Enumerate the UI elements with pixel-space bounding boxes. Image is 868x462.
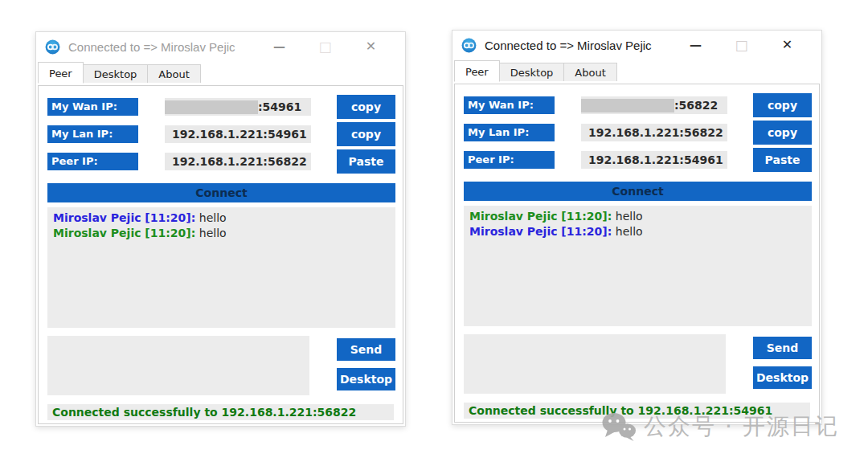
- tab-desktop[interactable]: Desktop: [83, 64, 149, 83]
- lan-ip-label: My Lan IP:: [464, 124, 555, 141]
- page: Connected to => Miroslav Pejic — □ ✕ Pee…: [0, 0, 868, 462]
- tab-desktop[interactable]: Desktop: [499, 63, 565, 81]
- minimize-icon[interactable]: —: [673, 31, 719, 59]
- peer-tab-page: My Wan IP: :54961 copy My Lan IP: 192.16…: [38, 85, 403, 424]
- redacted-ip-block: [581, 99, 674, 112]
- desktop-button[interactable]: Desktop: [337, 368, 395, 390]
- watermark: 公众号 · 开源日记: [601, 411, 839, 442]
- chat-log[interactable]: Miroslav Pejic [11:20]: hello Miroslav P…: [464, 206, 812, 326]
- wan-ip-label: My Wan IP:: [47, 98, 138, 116]
- compose-row: Send Desktop: [464, 334, 812, 394]
- tab-peer[interactable]: Peer: [454, 60, 500, 82]
- close-icon[interactable]: ✕: [764, 31, 810, 59]
- message-text: hello: [199, 211, 227, 224]
- message-sender: Miroslav Pejic [11:20]:: [53, 227, 195, 239]
- lan-ip-field[interactable]: 192.168.1.221:54961: [165, 125, 311, 143]
- lan-ip-field[interactable]: 192.168.1.221:56822: [581, 124, 727, 141]
- app-link-icon: [45, 39, 60, 55]
- chat-message: Miroslav Pejic [11:20]: hello: [469, 224, 806, 239]
- message-text: hello: [616, 210, 643, 223]
- chat-message: Miroslav Pejic [11:20]: hello: [469, 209, 806, 224]
- message-sender: Miroslav Pejic [11:20]:: [469, 210, 612, 223]
- peer-ip-label: Peer IP:: [464, 151, 555, 169]
- watermark-text: 公众号 · 开源日记: [644, 411, 839, 442]
- connect-button[interactable]: Connect: [47, 183, 395, 202]
- message-sender: Miroslav Pejic [11:20]:: [469, 225, 612, 238]
- copy-lan-button[interactable]: copy: [753, 121, 812, 145]
- action-buttons: Send Desktop: [337, 336, 395, 395]
- tab-about[interactable]: About: [147, 64, 200, 83]
- maximize-icon[interactable]: □: [719, 31, 764, 59]
- wan-ip-field[interactable]: :56822: [581, 96, 727, 114]
- wan-ip-row: My Wan IP: :56822 copy: [464, 93, 812, 117]
- lan-ip-row: My Lan IP: 192.168.1.221:56822 copy: [464, 121, 812, 145]
- wan-ip-label: My Wan IP:: [464, 96, 555, 114]
- app-link-icon: [461, 38, 477, 53]
- tab-peer[interactable]: Peer: [38, 62, 84, 84]
- copy-wan-button[interactable]: copy: [337, 95, 395, 119]
- peer-ip-label: Peer IP:: [47, 153, 138, 170]
- chat-message: Miroslav Pejic [11:20]: hello: [53, 226, 390, 241]
- chat-message: Miroslav Pejic [11:20]: hello: [53, 211, 390, 226]
- peer-ip-row: Peer IP: 192.168.1.221:56822 Paste: [47, 149, 395, 174]
- lan-ip-label: My Lan IP:: [47, 125, 138, 143]
- wan-ip-field[interactable]: :54961: [165, 98, 311, 116]
- window-title: Connected to => Miroslav Pejic: [68, 40, 256, 54]
- minimize-icon[interactable]: —: [256, 32, 302, 61]
- wan-ip-row: My Wan IP: :54961 copy: [47, 95, 395, 119]
- paste-button[interactable]: Paste: [337, 149, 395, 174]
- redacted-ip-block: [165, 100, 258, 114]
- message-text: hello: [616, 225, 643, 238]
- message-input[interactable]: [464, 334, 726, 394]
- wechat-icon: [601, 412, 637, 441]
- window-title: Connected to => Miroslav Pejic: [485, 39, 673, 52]
- message-text: hello: [199, 227, 227, 239]
- wan-ip-value: :54961: [258, 100, 301, 113]
- tab-strip: Peer Desktop About: [36, 61, 405, 83]
- compose-row: Send Desktop: [47, 336, 395, 395]
- chat-window-left: Connected to => Miroslav Pejic — □ ✕ Pee…: [35, 31, 406, 427]
- chat-window-right: Connected to => Miroslav Pejic — □ ✕ Pee…: [452, 30, 822, 425]
- action-buttons: Send Desktop: [753, 334, 812, 394]
- peer-ip-row: Peer IP: 192.168.1.221:54961 Paste: [464, 148, 812, 172]
- send-button[interactable]: Send: [753, 337, 812, 359]
- chat-log[interactable]: Miroslav Pejic [11:20]: hello Miroslav P…: [47, 207, 395, 328]
- message-sender: Miroslav Pejic [11:20]:: [53, 211, 195, 224]
- title-bar[interactable]: Connected to => Miroslav Pejic — □ ✕: [36, 32, 405, 61]
- status-bar: Connected successfully to 192.168.1.221:…: [47, 404, 394, 420]
- peer-ip-field[interactable]: 192.168.1.221:56822: [165, 153, 311, 170]
- copy-wan-button[interactable]: copy: [753, 93, 812, 117]
- paste-button[interactable]: Paste: [753, 148, 812, 172]
- desktop-button[interactable]: Desktop: [753, 366, 812, 389]
- maximize-icon[interactable]: □: [302, 32, 348, 61]
- title-bar[interactable]: Connected to => Miroslav Pejic — □ ✕: [452, 31, 821, 59]
- copy-lan-button[interactable]: copy: [337, 122, 395, 146]
- message-input[interactable]: [47, 336, 309, 395]
- connect-button[interactable]: Connect: [464, 182, 812, 201]
- wan-ip-value: :56822: [674, 99, 718, 112]
- tab-about[interactable]: About: [563, 63, 616, 81]
- lan-ip-row: My Lan IP: 192.168.1.221:54961 copy: [47, 122, 395, 146]
- send-button[interactable]: Send: [337, 338, 395, 361]
- peer-tab-page: My Wan IP: :56822 copy My Lan IP: 192.16…: [454, 84, 820, 423]
- tab-strip: Peer Desktop About: [452, 59, 821, 81]
- peer-ip-field[interactable]: 192.168.1.221:54961: [581, 151, 727, 169]
- close-icon[interactable]: ✕: [348, 32, 394, 61]
